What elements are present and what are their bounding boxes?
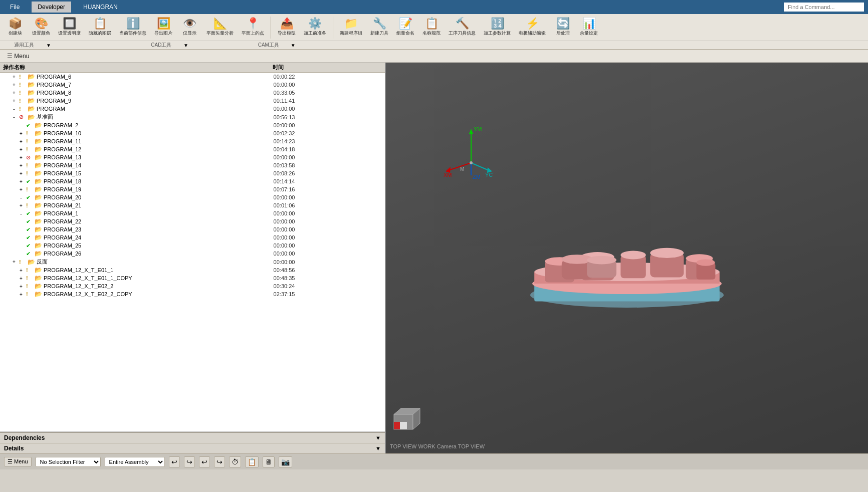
find-command-input[interactable] (784, 3, 864, 12)
post-process-button[interactable]: 🔄 后处理 (551, 16, 575, 39)
set-transparent-button[interactable]: 🔲 设置透明度 (55, 16, 84, 39)
expand-button[interactable]: + (18, 292, 25, 297)
naming-rule-button[interactable]: 📋 名称规范 (419, 16, 444, 39)
selection-filter-select[interactable]: No Selection FilterFeature FilterBody Fi… (36, 457, 101, 467)
create-block-button[interactable]: 📦 创建块 (3, 16, 27, 39)
redo-button[interactable]: ↪ (184, 456, 195, 467)
table-row[interactable]: +!📂PROGRAM_12_X_T_E01_1_COPY00:48:35 (0, 274, 385, 282)
cam-prep-button[interactable]: ⚙️ 加工前准备 (301, 16, 329, 39)
table-row[interactable]: ✔📂PROGRAM_2400:00:00 (0, 233, 385, 241)
expand-button[interactable]: + (11, 259, 18, 265)
table-row[interactable]: ✔📂PROGRAM_2300:00:00 (0, 225, 385, 233)
table-row[interactable]: +!📂PROGRAM_1100:14:23 (0, 137, 385, 145)
table-row[interactable]: +!📂PROGRAM_2100:01:06 (0, 201, 385, 209)
table-row[interactable]: +!📂PROGRAM_1900:07:16 (0, 185, 385, 193)
undo-button[interactable]: ↩ (169, 456, 180, 467)
forward-button[interactable]: ↪ (214, 456, 225, 467)
table-row[interactable]: -✔📂PROGRAM_2000:00:00 (0, 193, 385, 201)
table-row[interactable]: ✔📂PROGRAM_2600:00:00 (0, 250, 385, 258)
3d-viewport[interactable]: YM XM YC ZM (386, 63, 868, 453)
table-row[interactable]: -✔📂PROGRAM_100:00:00 (0, 209, 385, 217)
table-row[interactable]: ✔📂PROGRAM_2200:00:00 (0, 217, 385, 225)
tool-info-button[interactable]: 🔨 工序刀具信息 (446, 16, 479, 39)
clipboard-button[interactable]: 📋 (245, 456, 259, 467)
plane-points-button[interactable]: 📍 平面上的点 (239, 16, 267, 39)
status-menu-button[interactable]: ☰ Menu (4, 457, 32, 466)
timer-button[interactable]: ⏱ (229, 456, 241, 467)
show-only-button[interactable]: 👁️ 仅显示 (177, 16, 201, 39)
tool-info-label: 工序刀具信息 (449, 30, 476, 37)
back-button[interactable]: ↩ (199, 456, 210, 467)
export-model-button[interactable]: 📤 导出模型 (275, 16, 299, 39)
expand-button[interactable]: - (18, 211, 25, 216)
expand-button[interactable]: + (18, 179, 25, 184)
camera-button[interactable]: 📷 (279, 456, 292, 467)
table-row[interactable]: +!📂PROGRAM_800:33:05 (0, 89, 385, 97)
hide-layer-button[interactable]: 📋 隐藏的图层 (86, 16, 114, 39)
details-header[interactable]: Details ▼ (0, 443, 385, 453)
expand-button[interactable]: + (18, 139, 25, 144)
table-row[interactable]: +!📂PROGRAM_12_X_T_E02_200:30:24 (0, 282, 385, 290)
cad-tools-dropdown[interactable]: ▼ (183, 43, 188, 48)
remaining-set-button[interactable]: 📊 余量设定 (577, 16, 601, 39)
type-icon: 📂 (28, 81, 35, 88)
tab-developer[interactable]: Developer (32, 2, 71, 13)
new-tool-button[interactable]: 🔧 新建刀具 (367, 16, 391, 39)
table-row[interactable]: +!📂PROGRAM_12_X_T_E02_2_COPY02:37:15 (0, 290, 385, 298)
expand-button[interactable]: + (18, 163, 25, 168)
expand-button[interactable]: - (11, 106, 18, 112)
table-row[interactable]: +!📂PROGRAM_1500:08:26 (0, 169, 385, 177)
table-row[interactable]: +!📂PROGRAM_1200:04:18 (0, 145, 385, 153)
table-row[interactable]: -⊘📂基准面00:56:13 (0, 113, 385, 121)
expand-button[interactable]: - (18, 195, 25, 200)
operation-tree[interactable]: 操作名称 时间 +!📂PROGRAM_600:00:22+!📂PROGRAM_7… (0, 63, 385, 432)
table-row[interactable]: -!📂PROGRAM00:00:00 (0, 105, 385, 113)
expand-button[interactable]: + (18, 155, 25, 160)
expand-button[interactable]: + (18, 203, 25, 208)
table-row[interactable]: +✔📂PROGRAM_1800:14:14 (0, 177, 385, 185)
assembly-filter-select[interactable]: Entire AssemblyWork Part Only (105, 457, 165, 467)
item-label: PROGRAM (37, 106, 65, 112)
expand-button[interactable]: + (18, 187, 25, 192)
expand-button[interactable]: + (18, 268, 25, 273)
expand-button[interactable]: - (11, 114, 18, 120)
expand-button[interactable]: + (18, 171, 25, 176)
expand-button[interactable]: + (11, 98, 18, 104)
table-row[interactable]: +!📂PROGRAM_12_X_T_E01_100:48:56 (0, 266, 385, 274)
machining-params-button[interactable]: 🔢 加工参数计算 (481, 16, 514, 39)
table-row[interactable]: +!📂PROGRAM_600:00:22 (0, 73, 385, 81)
main-menu-button[interactable]: ☰ Menu (4, 52, 32, 61)
expand-button[interactable]: + (11, 74, 18, 80)
expand-button[interactable]: + (18, 131, 25, 136)
expand-button[interactable]: + (18, 276, 25, 281)
new-program-button[interactable]: 📁 新建程序组 (337, 16, 365, 39)
table-row[interactable]: +!📂反面00:00:00 (0, 258, 385, 266)
table-row[interactable]: +!📂PROGRAM_1000:02:32 (0, 129, 385, 137)
table-row[interactable]: +⊘📂PROGRAM_1300:00:00 (0, 153, 385, 161)
view-label-text: TOP VIEW WORK Camera TOP VIEW (390, 443, 485, 449)
plane-analysis-button[interactable]: 📐 平面矢量分析 (203, 16, 237, 39)
cam-tools-dropdown[interactable]: ▼ (291, 43, 296, 48)
electrode-edit-button[interactable]: ⚡ 电极辅助编辑 (516, 16, 549, 39)
expand-button[interactable]: + (11, 90, 18, 96)
view-cube[interactable] (390, 404, 422, 438)
table-row[interactable]: ✔📂PROGRAM_2500:00:00 (0, 241, 385, 250)
screen-button[interactable]: 🖥 (263, 456, 275, 467)
tool-qty-button[interactable]: 📝 组量命名 (393, 16, 417, 39)
dependencies-header[interactable]: Dependencies ▼ (0, 432, 385, 443)
expand-button[interactable]: + (18, 147, 25, 152)
item-label: PROGRAM_14 (44, 162, 81, 168)
export-map-button[interactable]: 🖼️ 导出图片 (151, 16, 175, 39)
tab-file[interactable]: File (4, 2, 26, 13)
table-row[interactable]: +!📂PROGRAM_700:00:00 (0, 81, 385, 89)
expand-button[interactable]: + (18, 284, 25, 289)
table-row[interactable]: +!📂PROGRAM_900:11:41 (0, 97, 385, 105)
table-row[interactable]: +!📂PROGRAM_1400:03:58 (0, 161, 385, 169)
general-tools-dropdown[interactable]: ▼ (46, 43, 51, 48)
current-part-button[interactable]: ℹ️ 当前部件信息 (116, 16, 149, 39)
tab-huangran[interactable]: HUANGRAN (77, 2, 124, 13)
table-row[interactable]: ✔📂PROGRAM_200:00:00 (0, 121, 385, 129)
expand-button[interactable]: + (11, 82, 18, 88)
set-color-button[interactable]: 🎨 设置颜色 (29, 16, 53, 39)
time-cell: 00:00:00 (270, 153, 385, 161)
